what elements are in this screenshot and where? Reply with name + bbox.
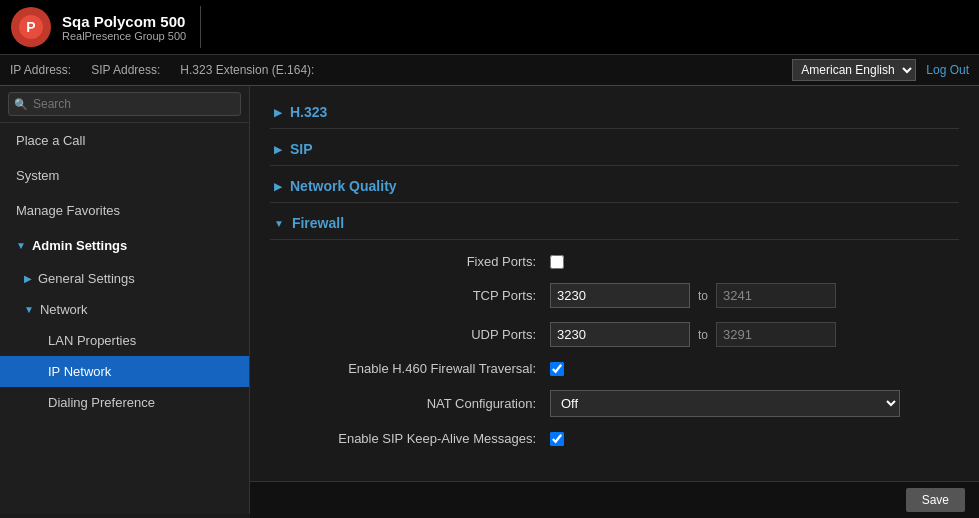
save-button[interactable]: Save [906,488,965,512]
udp-ports-row: UDP Ports: to [270,322,959,347]
sip-keepalive-control [550,432,564,446]
tcp-to-label: to [698,289,708,303]
sip-keepalive-row: Enable SIP Keep-Alive Messages: [270,431,959,446]
device-sub: RealPresence Group 500 [62,30,186,42]
h460-label: Enable H.460 Firewall Traversal: [290,361,550,376]
device-name: Sqa Polycom 500 [62,13,186,30]
search-wrap: 🔍 [8,92,241,116]
firewall-expand-icon: ▼ [274,218,284,229]
udp-to-label: to [698,328,708,342]
fixed-ports-checkbox[interactable] [550,255,564,269]
sip-keepalive-label: Enable SIP Keep-Alive Messages: [290,431,550,446]
footer-bar: Save [250,481,979,518]
sip-expand-icon: ▶ [274,144,282,155]
udp-ports-control: to [550,322,836,347]
sidebar-item-general-settings[interactable]: ▶ General Settings [0,263,249,294]
nat-config-row: NAT Configuration: Off Auto Manual [270,390,959,417]
general-settings-label: General Settings [38,271,135,286]
network-expand-icon: ▼ [24,304,34,315]
sidebar-item-lan-properties[interactable]: LAN Properties [0,325,249,356]
h323-expand-icon: ▶ [274,107,282,118]
nat-config-label: NAT Configuration: [290,396,550,411]
svg-text:P: P [26,19,35,35]
general-settings-icon: ▶ [24,273,32,284]
fixed-ports-label: Fixed Ports: [290,254,550,269]
sidebar-item-place-a-call[interactable]: Place a Call [0,123,249,158]
lang-select-wrap: American English Log Out [792,59,969,81]
logo-area: P Sqa Polycom 500 RealPresence Group 500 [10,6,201,48]
h460-checkbox[interactable] [550,362,564,376]
sidebar-item-dialing-preference[interactable]: Dialing Preference [0,387,249,418]
header-nav: IP Address: SIP Address: H.323 Extension… [0,55,979,86]
sidebar-section-admin-settings[interactable]: ▼ Admin Settings [0,228,249,263]
header-top: P Sqa Polycom 500 RealPresence Group 500 [0,0,979,55]
nat-config-control: Off Auto Manual [550,390,900,417]
logout-link[interactable]: Log Out [926,63,969,77]
sip-address-label: SIP Address: [91,63,160,77]
sip-keepalive-checkbox[interactable] [550,432,564,446]
h460-control [550,362,564,376]
fixed-ports-control [550,255,564,269]
sidebar-item-system[interactable]: System [0,158,249,193]
firewall-form: Fixed Ports: TCP Ports: to UDP Ports: [270,244,959,464]
search-input[interactable] [8,92,241,116]
tcp-ports-from-input[interactable] [550,283,690,308]
network-quality-label: Network Quality [290,178,397,194]
search-icon: 🔍 [14,98,28,111]
admin-settings-label: Admin Settings [32,238,127,253]
language-select[interactable]: American English [792,59,916,81]
main-layout: 🔍 Place a Call System Manage Favorites ▼… [0,86,979,514]
content-area: ▶ H.323 ▶ SIP ▶ Network Quality ▼ Firewa… [250,86,979,514]
h323-extension-label: H.323 Extension (E.164): [180,63,314,77]
udp-ports-from-input[interactable] [550,322,690,347]
network-label: Network [40,302,88,317]
brand-text: Sqa Polycom 500 RealPresence Group 500 [62,13,186,42]
sidebar-item-manage-favorites[interactable]: Manage Favorites [0,193,249,228]
section-network-quality[interactable]: ▶ Network Quality [270,170,959,203]
sidebar: 🔍 Place a Call System Manage Favorites ▼… [0,86,250,514]
search-box: 🔍 [0,86,249,123]
nat-config-select[interactable]: Off Auto Manual [550,390,900,417]
ip-address-label: IP Address: [10,63,71,77]
firewall-label: Firewall [292,215,344,231]
polycom-logo-icon: P [10,6,52,48]
sidebar-item-network[interactable]: ▼ Network [0,294,249,325]
admin-settings-expand-icon: ▼ [16,240,26,251]
h460-row: Enable H.460 Firewall Traversal: [270,361,959,376]
section-sip[interactable]: ▶ SIP [270,133,959,166]
tcp-ports-label: TCP Ports: [290,288,550,303]
sip-label: SIP [290,141,313,157]
udp-ports-label: UDP Ports: [290,327,550,342]
sidebar-item-ip-network[interactable]: IP Network [0,356,249,387]
section-firewall[interactable]: ▼ Firewall [270,207,959,240]
section-h323[interactable]: ▶ H.323 [270,96,959,129]
tcp-ports-to-input[interactable] [716,283,836,308]
network-quality-expand-icon: ▶ [274,181,282,192]
fixed-ports-row: Fixed Ports: [270,254,959,269]
h323-label: H.323 [290,104,327,120]
udp-ports-to-input[interactable] [716,322,836,347]
tcp-ports-row: TCP Ports: to [270,283,959,308]
tcp-ports-control: to [550,283,836,308]
